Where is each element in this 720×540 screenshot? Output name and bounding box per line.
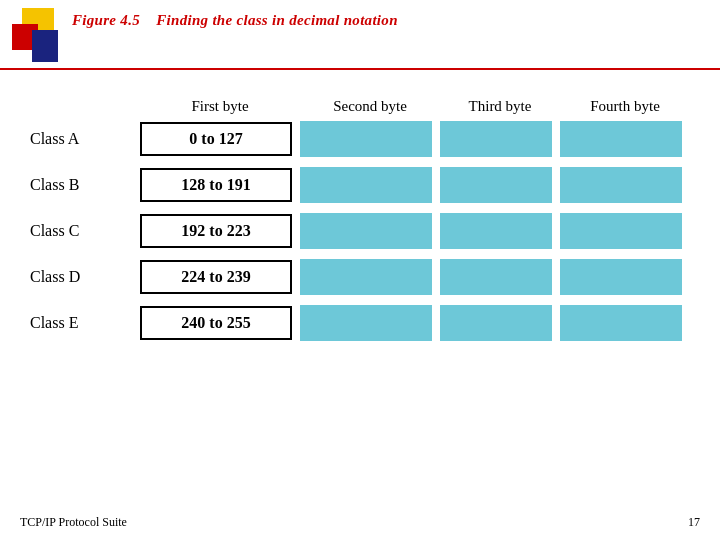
class-d-fourth-byte [560,259,682,295]
footer: TCP/IP Protocol Suite 17 [20,515,700,530]
table-row: Class C 192 to 223 [30,213,690,249]
logo [12,8,64,60]
class-d-label: Class D [30,268,140,286]
class-e-third-byte [440,305,552,341]
logo-blue-block [32,30,58,62]
class-d-second-byte [300,259,432,295]
col-header-third-byte: Third byte [440,98,560,115]
class-b-first-byte: 128 to 191 [140,168,292,202]
class-b-third-byte [440,167,552,203]
class-c-label: Class C [30,222,140,240]
class-e-second-byte [300,305,432,341]
class-c-fourth-byte [560,213,682,249]
footer-left: TCP/IP Protocol Suite [20,515,127,530]
class-d-third-byte [440,259,552,295]
class-a-first-byte: 0 to 127 [140,122,292,156]
class-b-second-byte [300,167,432,203]
table-row: Class B 128 to 191 [30,167,690,203]
figure-number: Figure 4.5 [72,12,140,28]
footer-right: 17 [688,515,700,530]
class-b-fourth-byte [560,167,682,203]
class-e-fourth-byte [560,305,682,341]
table-row: Class E 240 to 255 [30,305,690,341]
class-a-third-byte [440,121,552,157]
class-a-second-byte [300,121,432,157]
figure-description: Finding the class in decimal notation [156,12,398,28]
col-header-fourth-byte: Fourth byte [560,98,690,115]
class-a-fourth-byte [560,121,682,157]
class-table: First byte Second byte Third byte Fourth… [30,98,690,341]
class-c-first-byte: 192 to 223 [140,214,292,248]
table-row: Class D 224 to 239 [30,259,690,295]
class-d-first-byte: 224 to 239 [140,260,292,294]
class-c-second-byte [300,213,432,249]
class-e-label: Class E [30,314,140,332]
table-header: First byte Second byte Third byte Fourth… [30,98,690,115]
figure-title: Figure 4.5 Finding the class in decimal … [72,8,398,29]
class-b-label: Class B [30,176,140,194]
header: Figure 4.5 Finding the class in decimal … [0,0,720,70]
table-row: Class A 0 to 127 [30,121,690,157]
class-e-first-byte: 240 to 255 [140,306,292,340]
class-c-third-byte [440,213,552,249]
col-header-empty [30,98,140,115]
main-content: First byte Second byte Third byte Fourth… [0,70,720,361]
col-header-first-byte: First byte [140,98,300,115]
class-a-label: Class A [30,130,140,148]
col-header-second-byte: Second byte [300,98,440,115]
